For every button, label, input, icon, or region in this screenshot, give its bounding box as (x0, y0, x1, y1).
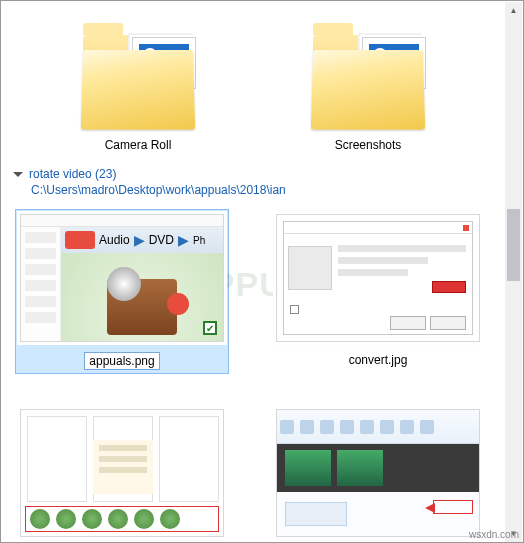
credit-text: wsxdn.com (469, 529, 519, 540)
thumbnail (276, 409, 480, 537)
folder-icon (78, 15, 198, 133)
file-item-selected[interactable]: Audio▶DVD▶Ph ✔ appuals.png (15, 209, 229, 374)
folder-item[interactable]: Camera Roll (53, 11, 223, 157)
file-item[interactable]: convert.jpg (271, 209, 485, 374)
scroll-up-button[interactable]: ▲ (505, 2, 522, 19)
folder-item[interactable]: Screenshots (283, 11, 453, 157)
group-title: rotate video (23) (29, 167, 116, 181)
group-name: rotate video (29, 167, 92, 181)
chevron-down-icon (13, 172, 23, 177)
thumbnail (276, 214, 480, 342)
file-list-pane[interactable]: Camera Roll Screenshots rotate video (23… (1, 1, 505, 542)
folder-label: Camera Roll (101, 137, 176, 153)
file-name: appuals.png (84, 352, 159, 370)
folder-icon (308, 15, 428, 133)
file-item[interactable]: converts.jpg (15, 404, 229, 542)
scroll-thumb[interactable] (507, 209, 520, 281)
scroll-track[interactable] (505, 19, 522, 525)
group-count: (23) (95, 167, 116, 181)
vertical-scrollbar[interactable]: ▲ ▼ (505, 2, 522, 542)
file-name: convert.jpg (345, 352, 412, 368)
thumbnail (20, 409, 224, 537)
group-path: C:\Users\madro\Desktop\work\appuals\2018… (31, 183, 497, 197)
thumbnail: Audio▶DVD▶Ph ✔ (20, 214, 224, 342)
group-header[interactable]: rotate video (23) (13, 167, 497, 181)
folder-label: Screenshots (331, 137, 406, 153)
file-item[interactable]: drag.jpg (271, 404, 485, 542)
